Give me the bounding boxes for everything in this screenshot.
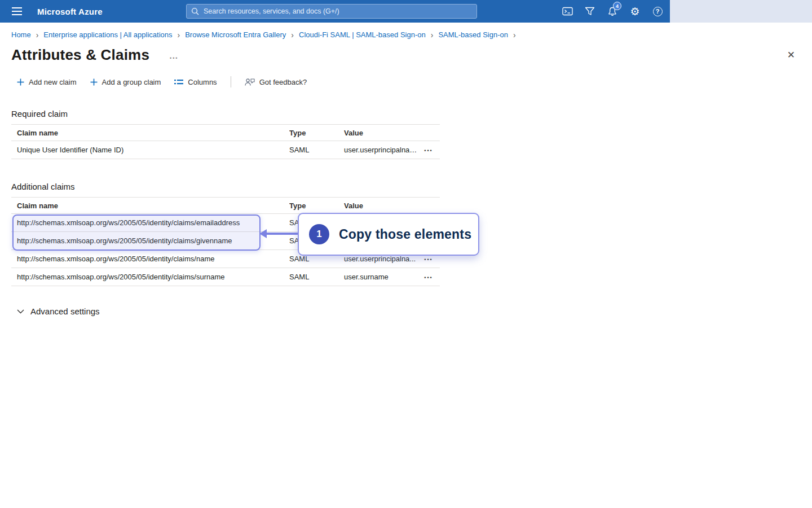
column-header-value: Value bbox=[344, 202, 417, 210]
columns-button[interactable]: Columns bbox=[174, 78, 217, 86]
breadcrumb-entra-gallery[interactable]: Browse Microsoft Entra Gallery bbox=[185, 30, 286, 39]
row-menu-button[interactable]: ••• bbox=[423, 274, 434, 282]
chevron-right-icon: › bbox=[291, 31, 294, 39]
annotation-label: Copy those elements bbox=[339, 227, 471, 242]
directory-filter-button[interactable] bbox=[579, 0, 601, 23]
claim-value-cell: user.surname bbox=[344, 273, 417, 281]
help-icon: ? bbox=[653, 7, 663, 16]
add-group-claim-label: Add a group claim bbox=[102, 78, 161, 86]
claim-name-cell[interactable]: http://schemas.xmlsoap.org/ws/2005/05/id… bbox=[11, 255, 289, 263]
plus-icon bbox=[90, 78, 98, 86]
claim-type-cell: SAML bbox=[289, 255, 344, 263]
global-search bbox=[186, 4, 477, 19]
breadcrumb-cloudi-fi-saml[interactable]: Cloudi-Fi SAML | SAML-based Sign-on bbox=[299, 30, 426, 39]
add-new-claim-label: Add new claim bbox=[29, 78, 77, 86]
required-claim-heading: Required claim bbox=[11, 109, 812, 119]
feedback-icon bbox=[245, 78, 255, 86]
breadcrumb-enterprise-applications[interactable]: Enterprise applications | All applicatio… bbox=[43, 30, 172, 39]
row-menu-button[interactable]: ••• bbox=[423, 147, 434, 155]
brand-title[interactable]: Microsoft Azure bbox=[37, 0, 103, 23]
toolbar-divider bbox=[231, 76, 231, 87]
account-area bbox=[670, 0, 812, 23]
claim-type-cell: SAML bbox=[289, 146, 344, 154]
claim-value-cell: user.userprincipalnam... bbox=[344, 146, 417, 154]
table-row[interactable]: Unique User Identifier (Name ID) SAML us… bbox=[11, 141, 440, 159]
settings-button[interactable]: ⚙ bbox=[624, 0, 646, 23]
chevron-right-icon: › bbox=[177, 31, 180, 39]
command-bar: Add new claim Add a group claim Columns … bbox=[0, 76, 812, 87]
cloud-shell-icon bbox=[562, 7, 573, 16]
add-group-claim-button[interactable]: Add a group claim bbox=[90, 78, 161, 86]
top-bar: Microsoft Azure 4 bbox=[0, 0, 812, 23]
topbar-icon-group: 4 ⚙ ? bbox=[556, 0, 669, 23]
page-header: Attributes & Claims ••• ✕ bbox=[0, 39, 812, 64]
required-claims-table: Claim name Type Value Unique User Identi… bbox=[11, 124, 440, 159]
column-header-type: Type bbox=[289, 202, 344, 210]
columns-label: Columns bbox=[188, 78, 217, 86]
column-header-value: Value bbox=[344, 129, 417, 137]
got-feedback-button[interactable]: Got feedback? bbox=[245, 78, 307, 86]
claim-name-cell[interactable]: http://schemas.xmlsoap.org/ws/2005/05/id… bbox=[11, 237, 289, 245]
chevron-down-icon bbox=[17, 309, 24, 314]
notification-badge: 4 bbox=[613, 2, 621, 10]
column-header-claim-name: Claim name bbox=[11, 202, 289, 210]
columns-icon bbox=[174, 78, 183, 85]
directory-filter-icon bbox=[585, 7, 595, 16]
table-header-row: Claim name Type Value bbox=[11, 124, 440, 141]
search-icon bbox=[191, 7, 199, 15]
menu-button[interactable] bbox=[5, 0, 29, 23]
plus-icon bbox=[17, 78, 24, 86]
breadcrumb: Home › Enterprise applications | All app… bbox=[0, 23, 812, 39]
table-row-surname[interactable]: http://schemas.xmlsoap.org/ws/2005/05/id… bbox=[11, 268, 440, 286]
column-header-type: Type bbox=[289, 129, 344, 137]
breadcrumb-saml-sign-on[interactable]: SAML-based Sign-on bbox=[438, 30, 508, 39]
add-new-claim-button[interactable]: Add new claim bbox=[17, 78, 77, 86]
step-number-badge: 1 bbox=[309, 224, 329, 244]
help-button[interactable]: ? bbox=[646, 0, 669, 23]
chevron-right-icon: › bbox=[513, 31, 516, 39]
advanced-settings-toggle[interactable]: Advanced settings bbox=[17, 306, 100, 316]
table-header-row: Claim name Type Value bbox=[11, 197, 440, 214]
breadcrumb-home[interactable]: Home bbox=[11, 30, 31, 39]
annotation-callout: 1 Copy those elements bbox=[298, 213, 479, 256]
additional-claims-wrapper: Claim name Type Value http://schemas.xml… bbox=[11, 197, 440, 286]
chevron-right-icon: › bbox=[431, 31, 434, 39]
search-input[interactable] bbox=[186, 4, 477, 19]
claim-value-cell: user.userprincipalna... bbox=[344, 255, 417, 263]
cloud-shell-button[interactable] bbox=[556, 0, 579, 23]
close-icon: ✕ bbox=[787, 50, 795, 60]
additional-claims-heading: Additional claims bbox=[11, 182, 812, 191]
column-header-claim-name: Claim name bbox=[11, 129, 289, 137]
advanced-settings-label: Advanced settings bbox=[30, 306, 100, 316]
claim-name-cell[interactable]: http://schemas.xmlsoap.org/ws/2005/05/id… bbox=[11, 218, 289, 227]
gear-icon: ⚙ bbox=[630, 6, 639, 17]
page-title: Attributes & Claims bbox=[11, 46, 149, 64]
claim-name-cell[interactable]: Unique User Identifier (Name ID) bbox=[11, 146, 289, 154]
title-context-menu-button[interactable]: ••• bbox=[166, 55, 182, 62]
got-feedback-label: Got feedback? bbox=[259, 78, 307, 86]
chevron-right-icon: › bbox=[36, 31, 39, 39]
close-button[interactable]: ✕ bbox=[785, 47, 797, 63]
claim-type-cell: SAML bbox=[289, 273, 344, 281]
row-menu-button[interactable]: ••• bbox=[423, 256, 434, 264]
hamburger-icon bbox=[12, 7, 22, 15]
notifications-button[interactable]: 4 bbox=[601, 0, 624, 23]
annotation-arrow-line bbox=[266, 233, 298, 235]
claim-name-cell[interactable]: http://schemas.xmlsoap.org/ws/2005/05/id… bbox=[11, 273, 289, 281]
